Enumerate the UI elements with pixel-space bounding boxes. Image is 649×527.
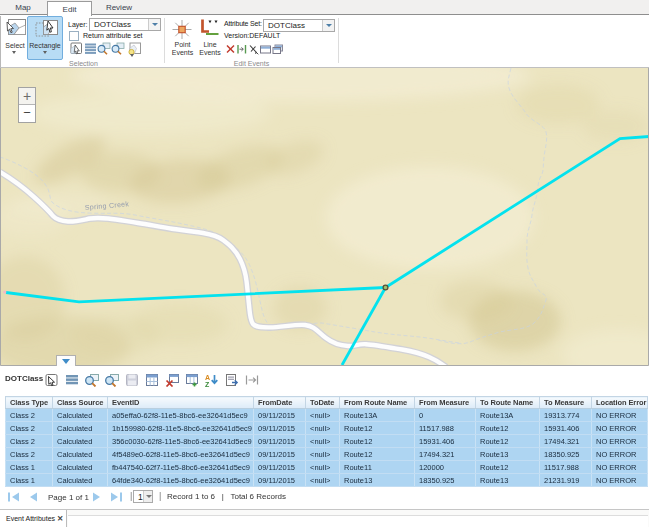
svg-text:Z: Z — [205, 381, 210, 388]
svg-text:Page 1 of 1: Page 1 of 1 — [48, 493, 89, 502]
